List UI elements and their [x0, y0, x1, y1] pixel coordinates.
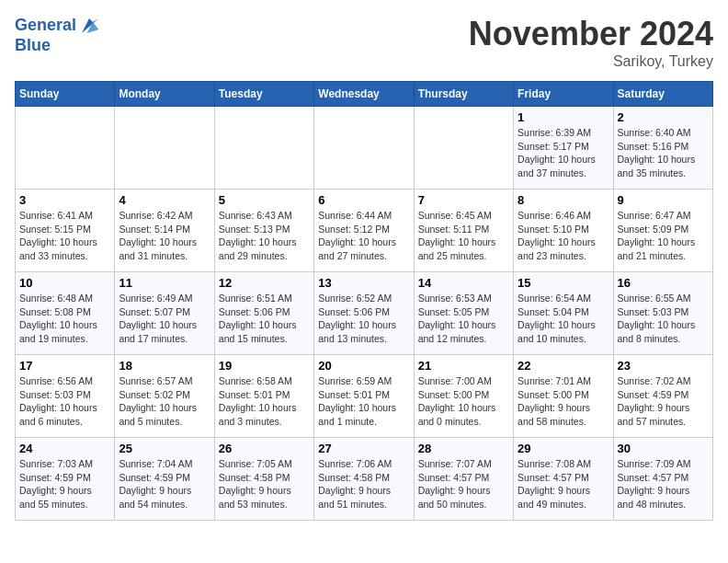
day-number: 11	[119, 276, 210, 290]
day-number: 26	[219, 442, 310, 455]
subtitle: Sarikoy, Turkey	[469, 53, 713, 70]
day-info: Sunrise: 6:49 AM Sunset: 5:07 PM Dayligh…	[119, 292, 210, 346]
week-row-2: 10Sunrise: 6:48 AM Sunset: 5:08 PM Dayli…	[16, 272, 713, 355]
day-info: Sunrise: 6:54 AM Sunset: 5:04 PM Dayligh…	[518, 292, 609, 346]
day-info: Sunrise: 7:09 AM Sunset: 4:57 PM Dayligh…	[618, 457, 709, 511]
calendar-cell: 26Sunrise: 7:05 AM Sunset: 4:58 PM Dayli…	[214, 438, 313, 521]
calendar-cell: 25Sunrise: 7:04 AM Sunset: 4:59 PM Dayli…	[115, 438, 214, 521]
title-area: November 2024 Sarikoy, Turkey	[469, 15, 713, 70]
calendar-cell: 20Sunrise: 6:59 AM Sunset: 5:01 PM Dayli…	[314, 355, 414, 438]
day-info: Sunrise: 7:03 AM Sunset: 4:59 PM Dayligh…	[19, 457, 110, 511]
day-number: 27	[318, 442, 409, 455]
day-number: 28	[418, 442, 509, 455]
calendar-cell: 12Sunrise: 6:51 AM Sunset: 5:06 PM Dayli…	[214, 272, 313, 355]
day-info: Sunrise: 6:48 AM Sunset: 5:08 PM Dayligh…	[19, 292, 110, 346]
calendar-cell: 28Sunrise: 7:07 AM Sunset: 4:57 PM Dayli…	[414, 438, 513, 521]
day-number: 5	[219, 193, 310, 207]
day-number: 25	[119, 442, 210, 455]
day-info: Sunrise: 6:46 AM Sunset: 5:10 PM Dayligh…	[518, 209, 609, 263]
header-row: SundayMondayTuesdayWednesdayThursdayFrid…	[16, 82, 713, 107]
calendar-cell: 9Sunrise: 6:47 AM Sunset: 5:09 PM Daylig…	[613, 190, 712, 272]
week-row-1: 3Sunrise: 6:41 AM Sunset: 5:15 PM Daylig…	[16, 190, 713, 272]
day-number: 30	[618, 442, 709, 455]
calendar-cell: 11Sunrise: 6:49 AM Sunset: 5:07 PM Dayli…	[115, 272, 214, 355]
logo: General Blue	[15, 15, 100, 55]
week-row-3: 17Sunrise: 6:56 AM Sunset: 5:03 PM Dayli…	[16, 355, 713, 438]
header-day-monday: Monday	[115, 82, 214, 107]
day-info: Sunrise: 6:58 AM Sunset: 5:01 PM Dayligh…	[219, 374, 310, 429]
day-info: Sunrise: 6:43 AM Sunset: 5:13 PM Dayligh…	[219, 209, 310, 263]
day-number: 17	[19, 359, 110, 373]
day-info: Sunrise: 6:53 AM Sunset: 5:05 PM Dayligh…	[418, 292, 509, 346]
day-info: Sunrise: 6:51 AM Sunset: 5:06 PM Dayligh…	[219, 292, 310, 346]
calendar-cell	[414, 107, 513, 190]
day-number: 7	[418, 193, 509, 207]
calendar-cell: 7Sunrise: 6:45 AM Sunset: 5:11 PM Daylig…	[414, 190, 513, 272]
calendar-cell	[214, 107, 313, 190]
header-day-sunday: Sunday	[16, 82, 115, 107]
logo-icon	[78, 15, 100, 37]
page-header: General Blue November 2024 Sarikoy, Turk…	[15, 15, 713, 70]
header-day-tuesday: Tuesday	[214, 82, 313, 107]
day-number: 21	[418, 359, 509, 373]
week-row-4: 24Sunrise: 7:03 AM Sunset: 4:59 PM Dayli…	[16, 438, 713, 521]
calendar-cell: 2Sunrise: 6:40 AM Sunset: 5:16 PM Daylig…	[613, 107, 712, 190]
day-info: Sunrise: 7:07 AM Sunset: 4:57 PM Dayligh…	[418, 457, 509, 511]
day-number: 1	[518, 110, 609, 124]
day-number: 24	[19, 442, 110, 455]
day-info: Sunrise: 6:59 AM Sunset: 5:01 PM Dayligh…	[318, 374, 409, 429]
calendar-cell: 5Sunrise: 6:43 AM Sunset: 5:13 PM Daylig…	[214, 190, 313, 272]
day-info: Sunrise: 6:42 AM Sunset: 5:14 PM Dayligh…	[119, 209, 210, 263]
calendar-body: 1Sunrise: 6:39 AM Sunset: 5:17 PM Daylig…	[16, 107, 713, 521]
calendar-cell	[314, 107, 414, 190]
day-number: 19	[219, 359, 310, 373]
calendar-cell: 16Sunrise: 6:55 AM Sunset: 5:03 PM Dayli…	[613, 272, 712, 355]
day-number: 14	[418, 276, 509, 290]
day-info: Sunrise: 6:57 AM Sunset: 5:02 PM Dayligh…	[119, 374, 210, 429]
header-day-friday: Friday	[514, 82, 613, 107]
day-number: 15	[518, 276, 609, 290]
calendar-cell: 3Sunrise: 6:41 AM Sunset: 5:15 PM Daylig…	[16, 190, 115, 272]
day-number: 6	[318, 193, 409, 207]
day-info: Sunrise: 6:52 AM Sunset: 5:06 PM Dayligh…	[318, 292, 409, 346]
day-number: 22	[518, 359, 609, 373]
calendar-cell: 4Sunrise: 6:42 AM Sunset: 5:14 PM Daylig…	[115, 190, 214, 272]
calendar-cell: 23Sunrise: 7:02 AM Sunset: 4:59 PM Dayli…	[613, 355, 712, 438]
day-number: 13	[318, 276, 409, 290]
header-day-saturday: Saturday	[613, 82, 712, 107]
calendar-cell: 6Sunrise: 6:44 AM Sunset: 5:12 PM Daylig…	[314, 190, 414, 272]
calendar-cell: 19Sunrise: 6:58 AM Sunset: 5:01 PM Dayli…	[214, 355, 313, 438]
day-info: Sunrise: 7:01 AM Sunset: 5:00 PM Dayligh…	[518, 374, 609, 429]
day-number: 8	[518, 193, 609, 207]
calendar-cell: 24Sunrise: 7:03 AM Sunset: 4:59 PM Dayli…	[16, 438, 115, 521]
calendar-cell	[115, 107, 214, 190]
day-info: Sunrise: 7:04 AM Sunset: 4:59 PM Dayligh…	[119, 457, 210, 511]
day-number: 10	[19, 276, 110, 290]
calendar-cell: 29Sunrise: 7:08 AM Sunset: 4:57 PM Dayli…	[514, 438, 613, 521]
calendar-header: SundayMondayTuesdayWednesdayThursdayFrid…	[16, 82, 713, 107]
day-number: 18	[119, 359, 210, 373]
day-info: Sunrise: 6:55 AM Sunset: 5:03 PM Dayligh…	[618, 292, 709, 346]
day-info: Sunrise: 6:47 AM Sunset: 5:09 PM Dayligh…	[618, 209, 709, 263]
header-day-thursday: Thursday	[414, 82, 513, 107]
calendar-cell: 30Sunrise: 7:09 AM Sunset: 4:57 PM Dayli…	[613, 438, 712, 521]
calendar-cell: 14Sunrise: 6:53 AM Sunset: 5:05 PM Dayli…	[414, 272, 513, 355]
day-info: Sunrise: 7:02 AM Sunset: 4:59 PM Dayligh…	[618, 374, 709, 429]
day-number: 16	[618, 276, 709, 290]
day-number: 9	[618, 193, 709, 207]
day-number: 29	[518, 442, 609, 455]
calendar-table: SundayMondayTuesdayWednesdayThursdayFrid…	[15, 81, 713, 521]
day-info: Sunrise: 7:06 AM Sunset: 4:58 PM Dayligh…	[318, 457, 409, 511]
calendar-cell: 10Sunrise: 6:48 AM Sunset: 5:08 PM Dayli…	[16, 272, 115, 355]
calendar-cell: 17Sunrise: 6:56 AM Sunset: 5:03 PM Dayli…	[16, 355, 115, 438]
header-day-wednesday: Wednesday	[314, 82, 414, 107]
calendar-cell: 1Sunrise: 6:39 AM Sunset: 5:17 PM Daylig…	[514, 107, 613, 190]
main-title: November 2024	[469, 15, 713, 53]
day-info: Sunrise: 6:44 AM Sunset: 5:12 PM Dayligh…	[318, 209, 409, 263]
calendar-cell: 21Sunrise: 7:00 AM Sunset: 5:00 PM Dayli…	[414, 355, 513, 438]
calendar-cell: 22Sunrise: 7:01 AM Sunset: 5:00 PM Dayli…	[514, 355, 613, 438]
day-info: Sunrise: 6:39 AM Sunset: 5:17 PM Dayligh…	[518, 126, 609, 180]
day-info: Sunrise: 7:08 AM Sunset: 4:57 PM Dayligh…	[518, 457, 609, 511]
calendar-cell: 15Sunrise: 6:54 AM Sunset: 5:04 PM Dayli…	[514, 272, 613, 355]
day-info: Sunrise: 7:05 AM Sunset: 4:58 PM Dayligh…	[219, 457, 310, 511]
